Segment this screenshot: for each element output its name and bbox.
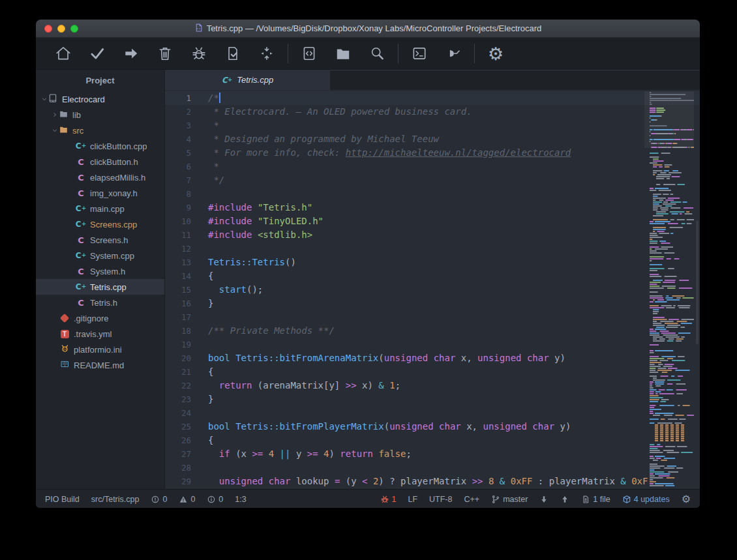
pio-clean-button[interactable] (148, 38, 182, 69)
code-line-9[interactable]: 9#include "Tetris.h" (165, 201, 700, 214)
code-line-23[interactable]: 23} (165, 392, 700, 406)
grammar[interactable]: C++ (464, 495, 479, 504)
tree-item-elapsedmillis-h[interactable]: CelapsedMillis.h (36, 169, 164, 185)
scrollbar-thumb[interactable] (696, 220, 699, 344)
tree-item-label: Electrocard (62, 95, 105, 104)
code-line-6[interactable]: 6 * (165, 160, 700, 173)
code-line-21[interactable]: 21{ (165, 365, 700, 379)
minimap[interactable] (644, 91, 694, 488)
git-push[interactable] (560, 495, 569, 504)
code-line-1[interactable]: 1/* (165, 91, 700, 105)
encoding[interactable]: UTF-8 (429, 495, 452, 504)
error-count[interactable]: 0 (151, 495, 167, 504)
git-changed-files[interactable]: 1 file (581, 495, 610, 504)
code-line-29[interactable]: 29 unsigned char lookup = (y < 2) ? play… (165, 475, 700, 488)
tree-item-lib[interactable]: lib (36, 107, 164, 123)
file-path[interactable]: src/Tetris.cpp (91, 495, 140, 504)
tree-item-clickbutton-h[interactable]: CclickButton.h (36, 154, 164, 169)
git-branch[interactable]: master (491, 495, 528, 504)
build-errors[interactable]: 1 (380, 495, 397, 504)
triangle-warning-icon (179, 495, 188, 504)
git-pull[interactable] (539, 495, 549, 504)
code-line-22[interactable]: 22 return (arenaMatrix[y] >> x) & 1; (165, 379, 700, 392)
code-line-16[interactable]: 16} (165, 297, 700, 310)
chevron-down-icon[interactable] (52, 128, 58, 133)
code-line-17[interactable]: 17 (165, 310, 700, 324)
open-folder-button[interactable] (326, 38, 360, 69)
code-line-19[interactable]: 19 (165, 338, 700, 351)
tree-item-electrocard[interactable]: Electrocard (36, 91, 164, 107)
package-updates[interactable]: 4 updates (622, 495, 670, 504)
terminal-button[interactable] (402, 38, 436, 69)
tree-item-src[interactable]: src (36, 123, 164, 138)
line-number: 15 (165, 283, 191, 297)
line-number: 22 (165, 379, 191, 392)
pio-build-button[interactable] (80, 38, 114, 69)
tree-item-img-xonay-h[interactable]: Cimg_xonay.h (36, 185, 164, 201)
pio-settings-button[interactable]: ⚙ (479, 38, 513, 69)
code-line-14[interactable]: 14{ (165, 269, 700, 283)
cursor-position[interactable]: 1:3 (235, 495, 246, 504)
chevron-right-icon[interactable] (52, 112, 58, 117)
tree-item-readme-md[interactable]: README.md (36, 357, 164, 373)
package-updates-label: 4 updates (634, 495, 670, 504)
chevron-down-icon[interactable] (41, 96, 48, 102)
code-line-20[interactable]: 20bool Tetris::bitFromArenaMatrix(unsign… (165, 351, 700, 365)
status-settings[interactable]: ⚙ (682, 494, 691, 505)
code-line-7[interactable]: 7 */ (165, 173, 700, 187)
pio-upload-button[interactable] (114, 38, 148, 69)
code-line-15[interactable]: 15 start(); (165, 283, 700, 297)
line-number: 8 (165, 187, 191, 201)
code-line-13[interactable]: 13Tetris::Tetris() (165, 256, 700, 269)
minimize-button[interactable] (57, 25, 65, 33)
serial-monitor-button[interactable] (436, 38, 470, 69)
code-line-25[interactable]: 25bool Tetris::bitFromPlayerMatrix(unsig… (165, 420, 700, 434)
line-number: 16 (165, 297, 191, 310)
tree-item-screens-h[interactable]: CScreens.h (36, 232, 164, 248)
line-ending[interactable]: LF (408, 495, 417, 504)
code-line-28[interactable]: 28 (165, 461, 700, 475)
pio-init-project-button[interactable] (292, 38, 326, 69)
pio-test-button[interactable] (182, 38, 216, 69)
code-line-24[interactable]: 24 (165, 406, 700, 420)
code-line-4[interactable]: 4 * Designed an programmed by Michael Te… (165, 132, 700, 146)
close-button[interactable] (44, 25, 52, 33)
tab-tetris-cpp[interactable]: C+ Tetris.cpp (165, 70, 330, 90)
line-number: 29 (165, 475, 191, 488)
fullscreen-button[interactable] (70, 25, 78, 33)
line-number: 9 (165, 201, 191, 214)
tree-item-label: src (72, 126, 83, 136)
tree-item-tetris-cpp[interactable]: C+Tetris.cpp (36, 279, 164, 295)
warning-count-label: 0 (190, 495, 195, 504)
find-in-project-button[interactable] (360, 38, 394, 69)
info-count[interactable]: 0 (207, 495, 223, 504)
git-file-icon (60, 314, 69, 323)
code-line-2[interactable]: 2 * Electrocard. — An OLED powered busin… (165, 105, 700, 119)
code-line-11[interactable]: 11#include <stdlib.h> (165, 228, 700, 242)
tree-item-tetris-h[interactable]: CTetris.h (36, 295, 164, 310)
tree-item-screens-cpp[interactable]: C+Screens.cpp (36, 216, 164, 232)
code-editor[interactable]: 1/*2 * Electrocard. — An OLED powered bu… (165, 90, 700, 489)
code-line-10[interactable]: 10#include "TinyOLED.h" (165, 214, 700, 228)
warning-count[interactable]: 0 (179, 495, 195, 504)
pio-update-button[interactable] (250, 38, 284, 69)
code-line-27[interactable]: 27 if (x >= 4 || y >= 4) return false; (165, 447, 700, 461)
tree-item-clickbutton-cpp[interactable]: C+clickButton.cpp (36, 138, 164, 154)
tree-item-main-cpp[interactable]: C+main.cpp (36, 201, 164, 216)
tree-item-travis-yml[interactable]: T.travis.yml (36, 326, 164, 342)
code-line-12[interactable]: 12 (165, 242, 700, 256)
tree-item-system-cpp[interactable]: C+System.cpp (36, 248, 164, 263)
tree-item-gitignore[interactable]: .gitignore (36, 310, 164, 326)
code-line-18[interactable]: 18/** Private Methods **/ (165, 324, 700, 338)
minimap-visible-region[interactable] (644, 91, 694, 148)
tree-item-system-h[interactable]: CSystem.h (36, 263, 164, 279)
code-line-8[interactable]: 8 (165, 187, 700, 201)
tree-item-label: System.h (90, 267, 125, 276)
pio-home-button[interactable] (46, 38, 80, 69)
code-line-3[interactable]: 3 * (165, 119, 700, 132)
tree-item-platformio-ini[interactable]: platformio.ini (36, 342, 164, 357)
code-line-26[interactable]: 26{ (165, 434, 700, 447)
pio-check-button[interactable] (216, 38, 250, 69)
pio-build-status[interactable]: PIO Build (45, 495, 80, 504)
code-line-5[interactable]: 5 * For more info, check: http://michael… (165, 146, 700, 160)
